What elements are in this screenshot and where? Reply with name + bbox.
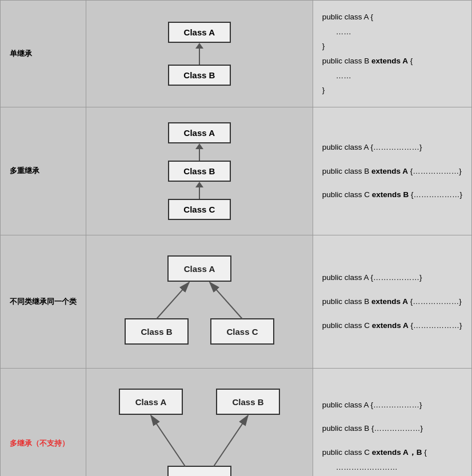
diagram-single: Class A Class B	[86, 1, 313, 107]
code-fan-out: public class A {………………} public class B e…	[313, 235, 471, 368]
svg-text:Class B: Class B	[141, 327, 172, 337]
code-block-multi-inherit: public class A {………………} public class B {…	[322, 398, 462, 476]
svg-line-9	[210, 282, 242, 319]
arrow-icon	[195, 143, 203, 149]
diagram-fan-out: Class A Class B Class C	[86, 235, 313, 368]
svg-text:Class A: Class A	[184, 264, 215, 274]
arrow-line	[199, 187, 200, 199]
arrow-line	[199, 49, 200, 65]
code-multi-level: public class A {………………} public class B e…	[313, 107, 471, 235]
svg-line-7	[157, 282, 189, 319]
svg-line-19	[214, 415, 248, 466]
svg-text:Class B: Class B	[232, 397, 263, 407]
multi-inherit-diagram: Class A Class B Class C	[95, 378, 303, 476]
diagram-multi-level: Class A Class B Class C	[86, 107, 313, 235]
class-box-c2: Class C	[168, 199, 231, 220]
label-multi-level: 多重继承	[1, 107, 86, 235]
label-multi-inherit: 多继承（不支持）	[1, 368, 86, 476]
svg-line-18	[151, 415, 185, 466]
class-box-a2: Class A	[168, 122, 231, 143]
arrow-line	[199, 149, 200, 161]
label-single-inherit: 单继承	[1, 1, 86, 107]
class-box-a: Class A	[168, 22, 231, 43]
code-multi-inherit: public class A {………………} public class B {…	[313, 368, 471, 476]
label-fan-out: 不同类继承同一个类	[1, 235, 86, 368]
class-box-b2: Class B	[168, 161, 231, 182]
svg-text:Class C: Class C	[226, 327, 258, 337]
diagram-multi-inherit: Class A Class B Class C	[86, 368, 313, 476]
svg-text:Class A: Class A	[135, 397, 167, 407]
code-single: public class A { …… } public class B ext…	[313, 1, 471, 107]
fan-out-diagram: Class A Class B Class C	[95, 245, 303, 359]
class-box-b: Class B	[168, 65, 231, 86]
code-block-single: public class A { …… } public class B ext…	[322, 10, 462, 98]
arrow-icon	[195, 43, 203, 49]
code-block-multi: public class A {………………} public class B e…	[322, 140, 462, 202]
arrow-icon	[195, 182, 203, 187]
code-block-fanout: public class A {………………} public class B e…	[322, 270, 462, 333]
